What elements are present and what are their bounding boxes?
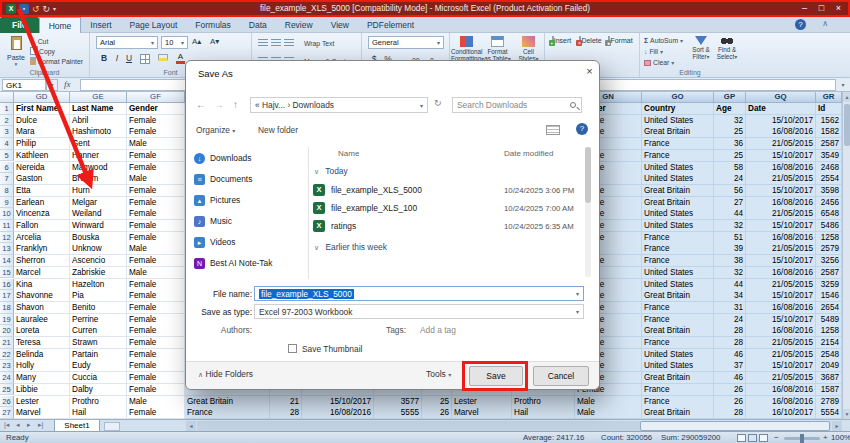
cell-GD27[interactable]: Marvel [14, 407, 70, 419]
first-sheet-icon[interactable]: |◂ [4, 421, 9, 429]
cell-GO17[interactable]: Great Britain [642, 290, 714, 302]
tools-button[interactable]: Tools ▾ [426, 369, 451, 379]
grid-corner[interactable] [0, 92, 14, 103]
last-sheet-icon[interactable]: ▸| [38, 421, 43, 429]
font-family-combo[interactable]: Arial▾ [96, 36, 158, 49]
cell-GF17[interactable]: Female [127, 290, 185, 302]
save-thumbnail-checkbox[interactable] [288, 344, 297, 353]
cell-GF5[interactable]: Female [127, 150, 185, 162]
cell-GE11[interactable]: Winward [70, 220, 127, 232]
cell-GE14[interactable]: Ascencio [70, 255, 127, 267]
group-earlier-this-week[interactable]: ∨ Earlier this week [314, 242, 387, 252]
cell-GQ10[interactable]: 21/05/2015 [746, 208, 816, 220]
cell-GR5[interactable]: 3549 [816, 150, 842, 162]
scroll-up-icon[interactable]: ▲ [843, 92, 850, 102]
cell-GK27[interactable]: 26 [422, 407, 452, 419]
cell-GO14[interactable]: France [642, 255, 714, 267]
column-header-date-modified[interactable]: Date modified [504, 149, 553, 158]
cell-GQ16[interactable]: 21/05/2015 [746, 279, 816, 291]
cell-GD7[interactable]: Gaston [14, 173, 70, 185]
cell-GO21[interactable]: France [642, 337, 714, 349]
insert-sheet-tab[interactable] [104, 422, 120, 431]
cell-GF16[interactable]: Female [127, 279, 185, 291]
cell-GQ6[interactable]: 16/08/2016 [746, 162, 816, 174]
cell-GP4[interactable]: 36 [714, 138, 746, 150]
cell-GH27[interactable]: 28 [270, 407, 302, 419]
sidebar-item-pictures[interactable]: ▴Pictures [194, 191, 306, 209]
normal-view-icon[interactable] [737, 434, 746, 442]
tab-home[interactable]: Home [39, 17, 82, 33]
cell-GO7[interactable]: United States [642, 173, 714, 185]
cell-GQ8[interactable]: 15/10/2017 [746, 185, 816, 197]
page-break-view-icon[interactable] [759, 434, 768, 442]
cell-GO26[interactable]: France [642, 396, 714, 408]
cell-GE23[interactable]: Eudy [70, 360, 127, 372]
cell-GL27[interactable]: Marvel [452, 407, 512, 419]
cell-GF22[interactable]: Female [127, 349, 185, 361]
cell-GR1[interactable]: Id [816, 103, 842, 115]
tab-page-layout[interactable]: Page Layout [121, 17, 187, 33]
cell-GQ23[interactable]: 15/10/2017 [746, 360, 816, 372]
cell-GQ11[interactable]: 15/10/2017 [746, 220, 816, 232]
cell-GF2[interactable]: Female [127, 115, 185, 127]
save-button[interactable]: Save [469, 366, 523, 386]
insert-function-icon[interactable]: fx [64, 79, 71, 89]
tab-view[interactable]: View [322, 17, 358, 33]
cell-GP13[interactable]: 39 [714, 243, 746, 255]
font-color-icon[interactable]: A [176, 52, 185, 64]
cell-GD23[interactable]: Holly [14, 360, 70, 372]
cell-GR11[interactable]: 5486 [816, 220, 842, 232]
cell-GO16[interactable]: United States [642, 279, 714, 291]
cell-GO2[interactable]: United States [642, 115, 714, 127]
zoom-in-icon[interactable]: + [823, 433, 828, 442]
scroll-down-icon[interactable]: ▼ [843, 409, 850, 419]
cell-GD3[interactable]: Mara [14, 126, 70, 138]
cell-GP7[interactable]: 24 [714, 173, 746, 185]
cell-GF10[interactable]: Female [127, 208, 185, 220]
cell-GE5[interactable]: Hanner [70, 150, 127, 162]
sidebar-item-music[interactable]: ♪Music [194, 212, 306, 230]
cell-GQ26[interactable]: 16/08/2016 [746, 396, 816, 408]
cell-GP15[interactable]: 32 [714, 267, 746, 279]
column-header-GD[interactable]: GD [14, 92, 70, 103]
cell-GM27[interactable]: Hail [512, 407, 575, 419]
cell-GQ27[interactable]: 16/10/2017 [746, 407, 816, 419]
cell-GP2[interactable]: 32 [714, 115, 746, 127]
cell-GF4[interactable]: Male [127, 138, 185, 150]
cell-GD20[interactable]: Loreta [14, 325, 70, 337]
cell-GP20[interactable]: 28 [714, 325, 746, 337]
cell-GD8[interactable]: Etta [14, 185, 70, 197]
cell-GE8[interactable]: Hurn [70, 185, 127, 197]
cell-GQ2[interactable]: 15/10/2017 [746, 115, 816, 127]
cell-GE24[interactable]: Cuccia [70, 372, 127, 384]
cell-GR3[interactable]: 1582 [816, 126, 842, 138]
cell-GO19[interactable]: France [642, 314, 714, 326]
cell-GF14[interactable]: Female [127, 255, 185, 267]
cell-GR17[interactable]: 1546 [816, 290, 842, 302]
insert-cells-button[interactable]: + Insert [547, 37, 576, 44]
cell-GP10[interactable]: 44 [714, 208, 746, 220]
cell-GF27[interactable]: Female [127, 407, 185, 419]
column-header-GE[interactable]: GE [70, 92, 127, 103]
column-header-GP[interactable]: GP [714, 92, 746, 103]
file-name-input[interactable]: file_example_XLS_5000 ▾ [254, 286, 584, 301]
cell-GR8[interactable]: 3598 [816, 185, 842, 197]
underline-button[interactable]: U [123, 53, 135, 63]
cell-GQ9[interactable]: 16/08/2016 [746, 197, 816, 209]
cell-GR22[interactable]: 2548 [816, 349, 842, 361]
cell-GE25[interactable]: Dalby [70, 384, 127, 396]
cell-GR15[interactable]: 2587 [816, 267, 842, 279]
sidebar-item-notebook[interactable]: NBest AI Note-Tak [194, 254, 306, 272]
cell-GF19[interactable]: Female [127, 314, 185, 326]
cell-GO27[interactable]: Great Britain [642, 407, 714, 419]
cell-GF26[interactable]: Male [127, 396, 185, 408]
align-top-icon[interactable] [258, 39, 268, 47]
name-box-dropdown-icon[interactable]: ▾ [46, 79, 58, 91]
cell-GF1[interactable]: Gender [127, 103, 185, 115]
tab-data[interactable]: Data [240, 17, 276, 33]
cell-GP27[interactable]: 28 [714, 407, 746, 419]
sidebar-item-downloads[interactable]: ↓Downloads [194, 149, 306, 167]
cell-GD12[interactable]: Arcelia [14, 232, 70, 244]
borders-icon[interactable] [140, 54, 150, 64]
cell-GF6[interactable]: Female [127, 162, 185, 174]
